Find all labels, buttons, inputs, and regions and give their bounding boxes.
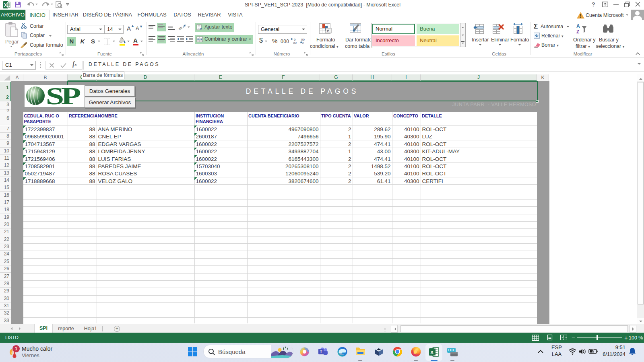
svg-text:0: 0 [302,41,304,45]
svg-text:00: 00 [293,41,297,45]
svg-text:T: T [320,350,322,354]
svg-text:P: P [61,85,81,107]
svg-text:A: A [576,23,580,29]
svg-text:X: X [430,350,433,355]
svg-text:ab: ab [178,25,183,31]
svg-text:≠: ≠ [327,29,329,33]
svg-text:Z: Z [576,29,579,35]
